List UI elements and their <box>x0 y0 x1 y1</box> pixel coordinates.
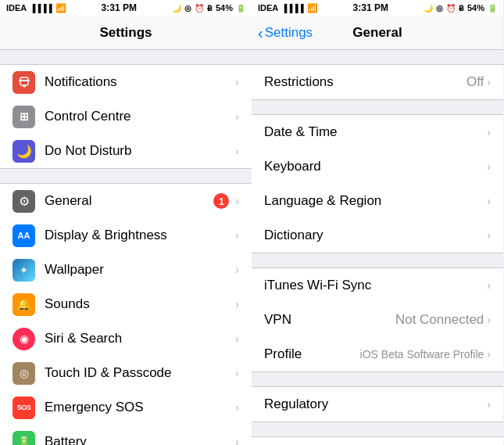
restrictions-value: Off <box>466 74 484 90</box>
left-panel: IDEA ▐▐▐▐ 📶 3:31 PM 🌙 ◎ ⏰ Ƀ 54% 🔋 Settin… <box>0 0 252 445</box>
settings-item-touch-id[interactable]: ◎ Touch ID & Passcode › <box>0 356 252 390</box>
general-group-3: iTunes Wi-Fi Sync › VPN Not Connected › … <box>252 267 503 372</box>
display-label: Display & Brightness <box>45 228 235 243</box>
right-nav-title: General <box>352 25 402 41</box>
sounds-chevron: › <box>235 298 239 310</box>
dnd-label: Do Not Disturb <box>45 143 235 159</box>
settings-item-dnd[interactable]: 🌙 Do Not Disturb › <box>0 134 252 168</box>
dnd-chevron: › <box>235 145 239 157</box>
battery-icon-left: 🔋 <box>236 4 245 13</box>
time-right: 3:31 PM <box>353 2 388 13</box>
settings-item-reset[interactable]: Reset › <box>252 437 503 445</box>
notifications-label: Notifications <box>45 74 235 90</box>
settings-item-regulatory[interactable]: Regulatory › <box>252 387 503 422</box>
notifications-right: › <box>235 76 239 88</box>
status-right-right: 🌙 ◎ ⏰ Ƀ 54% 🔋 <box>424 3 497 13</box>
settings-item-keyboard[interactable]: Keyboard › <box>252 149 503 184</box>
vpn-label: VPN <box>264 312 395 328</box>
bluetooth-icon: Ƀ <box>207 4 213 13</box>
cc-chevron: › <box>235 110 239 123</box>
settings-item-date-time[interactable]: Date & Time › <box>252 115 503 149</box>
dict-chevron: › <box>487 229 491 242</box>
touchid-chevron: › <box>235 367 239 379</box>
profile-right: iOS Beta Software Profile › <box>360 348 491 361</box>
back-button[interactable]: ‹ Settings <box>258 25 313 41</box>
siri-label: Siri & Search <box>45 331 235 346</box>
profile-chevron: › <box>487 348 491 361</box>
touchid-right: › <box>235 367 239 379</box>
control-centre-icon: ⊞ <box>13 106 35 128</box>
settings-list: Notifications › ⊞ Control Centre › 🌙 Do … <box>0 50 252 445</box>
battery-icon-right: 🔋 <box>488 4 497 13</box>
general-badge: 1 <box>213 193 229 209</box>
wallpaper-label: Wallpaper <box>45 262 235 278</box>
general-group-5: Reset › <box>252 436 503 445</box>
location-icon-r: ◎ <box>436 4 443 13</box>
time-left: 3:31 PM <box>102 2 137 13</box>
settings-item-language[interactable]: Language & Region › <box>252 184 503 218</box>
general-label: General <box>45 193 213 209</box>
settings-item-wifi-sync[interactable]: iTunes Wi-Fi Sync › <box>252 268 503 303</box>
g-spacer-5 <box>252 422 503 436</box>
g-spacer-3 <box>252 253 503 267</box>
general-list: Restrictions Off › Date & Time › Keyboar… <box>252 50 503 445</box>
lang-right: › <box>487 195 491 207</box>
status-left: IDEA ▐▐▐▐ 📶 <box>6 3 66 13</box>
signal-icon-right: ▐▐▐▐ <box>281 4 303 13</box>
settings-item-battery[interactable]: 🔋 Battery › <box>0 425 252 445</box>
sos-label: Emergency SOS <box>45 400 235 415</box>
battery-right-pct: 54% <box>467 3 484 13</box>
dt-right: › <box>487 126 491 138</box>
right-panel: IDEA ▐▐▐▐ 📶 3:31 PM 🌙 ◎ ⏰ Ƀ 54% 🔋 ‹ Sett… <box>252 0 503 445</box>
dictionary-label: Dictionary <box>264 228 487 243</box>
settings-item-sounds[interactable]: 🔔 Sounds › <box>0 287 252 321</box>
restrictions-chevron: › <box>487 76 491 88</box>
dnd-right: › <box>235 145 239 157</box>
spacer-2 <box>0 169 252 183</box>
battery-setting-icon: 🔋 <box>13 431 35 446</box>
vpn-right: Not Connected › <box>395 312 491 328</box>
g-spacer-2 <box>252 100 503 114</box>
restrictions-right: Off › <box>466 74 491 90</box>
carrier-left: IDEA <box>6 3 27 13</box>
left-nav-bar: Settings <box>0 16 252 50</box>
settings-item-wallpaper[interactable]: ✦ Wallpaper › <box>0 253 252 287</box>
display-right: › <box>235 229 239 242</box>
settings-item-control-centre[interactable]: ⊞ Control Centre › <box>0 99 252 134</box>
settings-item-vpn[interactable]: VPN Not Connected › <box>252 303 503 337</box>
general-group-2: Date & Time › Keyboard › Language & Regi… <box>252 114 503 253</box>
battery-label: Battery <box>45 434 235 445</box>
vpn-chevron: › <box>487 314 491 326</box>
settings-item-general[interactable]: ⚙ General 1 › <box>0 184 252 218</box>
reg-chevron: › <box>487 398 491 411</box>
dt-chevron: › <box>487 126 491 138</box>
settings-item-notifications[interactable]: Notifications › <box>0 65 252 99</box>
moon-icon-r: 🌙 <box>424 4 433 13</box>
alarm-icon: ⏰ <box>195 4 204 13</box>
spacer-1 <box>0 50 252 64</box>
sounds-right: › <box>235 298 239 310</box>
ws-right: › <box>487 279 491 292</box>
wallpaper-icon: ✦ <box>13 259 35 282</box>
back-chevron-icon: ‹ <box>258 25 263 41</box>
settings-item-dictionary[interactable]: Dictionary › <box>252 218 503 253</box>
siri-chevron: › <box>235 332 239 345</box>
alarm-icon-r: ⏰ <box>446 4 456 13</box>
settings-item-profile[interactable]: Profile iOS Beta Software Profile › <box>252 337 503 371</box>
settings-item-restrictions[interactable]: Restrictions Off › <box>252 65 503 99</box>
settings-item-siri[interactable]: ◉ Siri & Search › <box>0 321 252 356</box>
settings-group-1: Notifications › ⊞ Control Centre › 🌙 Do … <box>0 64 252 169</box>
display-icon: AA <box>13 224 35 247</box>
restrictions-label: Restrictions <box>264 74 466 90</box>
sounds-icon: 🔔 <box>13 293 35 316</box>
display-chevron: › <box>235 229 239 242</box>
settings-item-display[interactable]: AA Display & Brightness › <box>0 218 252 253</box>
ws-chevron: › <box>487 279 491 292</box>
kbd-chevron: › <box>487 160 491 173</box>
touchid-icon: ◎ <box>13 362 35 385</box>
language-label: Language & Region <box>264 193 487 209</box>
control-centre-label: Control Centre <box>45 109 235 124</box>
svg-rect-2 <box>23 86 26 88</box>
settings-item-sos[interactable]: SOS Emergency SOS › <box>0 390 252 425</box>
notifications-icon <box>13 71 35 94</box>
